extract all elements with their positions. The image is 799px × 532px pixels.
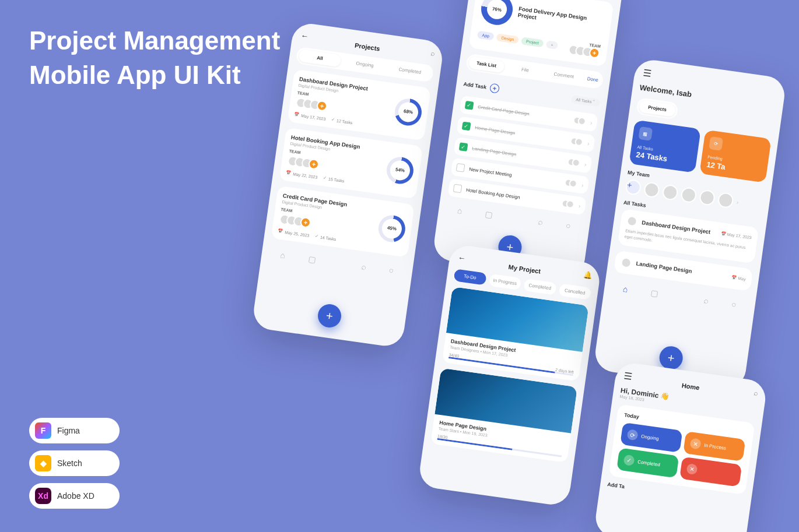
screen-project-detail: Project ⋮ 76% Food Delivery App Design P… (432, 0, 624, 280)
clock-icon: ✕ (689, 438, 701, 449)
chevron-right-icon: › (590, 119, 593, 126)
tab-tasklist[interactable]: Task List (468, 56, 505, 73)
badge-sketch: ◆Sketch (29, 450, 120, 476)
status-completed[interactable]: ✓Completed (616, 448, 679, 478)
check-icon: ✓ 12 Tasks (331, 117, 353, 125)
fab-add[interactable]: + (316, 302, 342, 329)
close-icon: ✕ (686, 463, 698, 475)
today-card: Today ⟳Ongoing ✕In Process ✓Completed ✕ (609, 404, 755, 495)
tab-file[interactable]: File (507, 61, 544, 78)
progress-ring: 76% (479, 0, 515, 27)
refresh-icon: ⟳ (626, 429, 638, 441)
calendar-icon: 📅 May 17, 2023 (294, 112, 326, 121)
project-image-card[interactable]: Home Page Design Team Stars • Mon 19, 20… (430, 368, 577, 463)
screen-home: ☰ ⌕ Home Hi, Dominic 👋 May 18, 2023 Toda… (593, 361, 768, 532)
tool-badges: FFigma ◆Sketch XdAdobe XD (29, 418, 120, 509)
tab-completed[interactable]: Completed (523, 279, 556, 295)
tab-all[interactable]: All (298, 49, 341, 67)
screen-projects: ← ⌕ Projects All Ongoing Completed Dashb… (251, 22, 444, 348)
add-task-button[interactable]: + (489, 83, 500, 94)
clock-icon: ⟳ (709, 136, 723, 151)
screen-dashboard: ☰ Welcome, Isab Projects ▦All Tasks24 Ta… (593, 58, 787, 390)
tab-cancelled[interactable]: Cancelled (558, 283, 591, 300)
sketch-icon: ◆ (35, 455, 51, 471)
home-icon[interactable]: ⌂ (279, 250, 286, 260)
chip[interactable]: App (477, 31, 495, 41)
tab-inprogress[interactable]: In Progress (488, 274, 521, 290)
add-member-icon[interactable]: + (625, 179, 642, 196)
screen-myproject: ← 🔔 My Project To-Do In Progress Complet… (418, 244, 602, 507)
tab-completed[interactable]: Completed (388, 62, 432, 80)
avatar[interactable] (643, 181, 660, 198)
add-member-icon[interactable]: + (316, 100, 328, 112)
checkbox-icon[interactable]: ✓ (465, 101, 474, 110)
tab-todo[interactable]: To-Do (453, 269, 486, 285)
search-icon[interactable]: ⌕ (360, 262, 366, 272)
tile-alltasks[interactable]: ▦All Tasks24 Tasks (629, 120, 700, 173)
filter-dropdown[interactable]: All Tasks ˅ (570, 95, 600, 107)
menu-icon[interactable]: ☰ (642, 67, 652, 79)
chip[interactable]: Project (521, 37, 544, 47)
check-icon: ✓ (623, 455, 635, 466)
home-icon[interactable]: ⌂ (622, 284, 629, 294)
add-chip-icon[interactable]: + (546, 40, 559, 50)
status-cancelled[interactable]: ✕ (679, 457, 742, 487)
back-icon[interactable]: ← (457, 253, 467, 263)
page-title: Project ManagementMobile App UI Kit (29, 23, 280, 93)
calendar-icon[interactable]: ▢ (307, 254, 316, 265)
xd-icon: Xd (35, 488, 51, 504)
chevron-right-icon[interactable]: › (736, 199, 739, 205)
menu-icon[interactable]: ☰ (623, 370, 633, 382)
profile-icon[interactable]: ○ (388, 265, 395, 275)
tab-ongoing[interactable]: Ongoing (344, 55, 387, 73)
figma-icon: F (35, 422, 51, 439)
badge-figma: FFigma (29, 418, 120, 443)
status-ongoing[interactable]: ⟳Ongoing (620, 422, 682, 453)
badge-xd: XdAdobe XD (29, 483, 120, 509)
back-icon[interactable]: ← (300, 31, 309, 41)
bell-icon[interactable]: 🔔 (583, 270, 593, 280)
grid-icon: ▦ (638, 126, 653, 141)
project-image-card[interactable]: Dashboard Design Project Team Designers … (442, 287, 589, 382)
tile-pending[interactable]: ⟳Pending12 Ta (699, 130, 771, 183)
chip[interactable]: Design (496, 33, 519, 44)
tab-comment[interactable]: Comment (545, 67, 582, 84)
status-inprocess[interactable]: ✕In Process (683, 431, 745, 461)
